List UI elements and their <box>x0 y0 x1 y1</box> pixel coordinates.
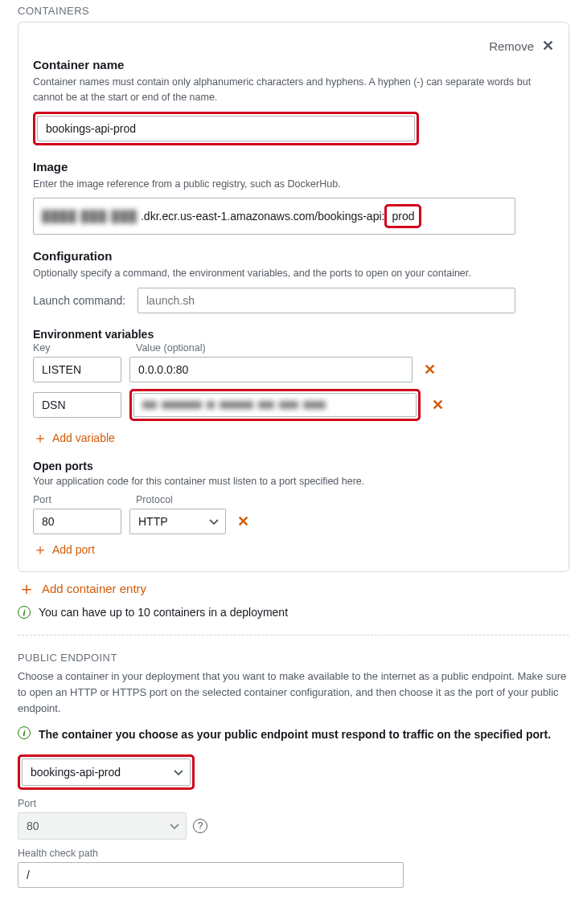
remove-port-icon[interactable]: ✕ <box>234 513 252 530</box>
help-icon[interactable]: ? <box>193 819 207 833</box>
env-vars-label: Environment variables <box>33 328 554 341</box>
env-value-highlight <box>129 389 421 421</box>
pe-port-label: Port <box>18 798 569 809</box>
info-icon: i <box>18 726 31 739</box>
public-endpoint-desc: Choose a container in your deployment th… <box>18 668 569 717</box>
public-endpoint-container-highlight: bookings-api-prod <box>18 754 195 790</box>
image-middle: .dkr.ecr.us-east-1.amazonaws.com/booking… <box>141 210 384 223</box>
plus-icon: ＋ <box>33 431 47 445</box>
chevron-down-icon <box>174 766 183 779</box>
configuration-label: Configuration <box>33 249 554 263</box>
env-value-input-obscured[interactable] <box>133 393 417 417</box>
remove-env-row-icon[interactable]: ✕ <box>429 396 447 414</box>
image-input[interactable]: ████ ███ ███ .dkr.ecr.us-east-1.amazonaw… <box>33 198 515 235</box>
chevron-down-icon <box>170 820 179 832</box>
container-name-hint: Container names must contain only alphan… <box>33 75 554 105</box>
container-name-highlight <box>33 112 419 145</box>
port-col-label: Port <box>33 494 128 505</box>
public-endpoint-container-select[interactable]: bookings-api-prod <box>22 758 191 786</box>
env-value-input[interactable] <box>129 357 413 382</box>
port-input[interactable] <box>33 509 121 534</box>
remove-container-link[interactable]: Remove <box>489 39 534 53</box>
container-name-input[interactable] <box>37 116 415 141</box>
container-name-label: Container name <box>33 58 554 72</box>
launch-command-label: Launch command: <box>33 294 129 307</box>
container-card: Remove ✕ Container name Container names … <box>18 22 569 572</box>
public-endpoint-info-text: The container you choose as your public … <box>39 726 551 743</box>
open-ports-hint: Your application code for this container… <box>33 474 554 489</box>
protocol-select[interactable]: HTTP <box>129 509 226 534</box>
image-hint: Enter the image reference from a public … <box>33 177 554 192</box>
env-row: ✕ <box>33 357 554 382</box>
add-port-link[interactable]: ＋ Add port <box>33 542 95 557</box>
image-label: Image <box>33 160 554 174</box>
configuration-hint: Optionally specify a command, the enviro… <box>33 266 554 281</box>
env-key-input[interactable] <box>33 357 121 382</box>
public-endpoint-port-select[interactable]: 80 <box>18 812 187 840</box>
section-divider <box>18 635 569 636</box>
health-check-input[interactable] <box>18 862 404 888</box>
env-key-col-label: Key <box>33 342 128 354</box>
image-obscured-prefix: ████ ███ ███ <box>42 210 138 223</box>
image-suffix-highlight: prod <box>384 204 421 228</box>
env-row: ✕ <box>33 389 554 421</box>
plus-icon: ＋ <box>18 580 35 598</box>
containers-section-label: CONTAINERS <box>5 0 582 20</box>
chevron-down-icon <box>209 515 219 528</box>
remove-env-row-icon[interactable]: ✕ <box>421 361 439 378</box>
image-suffix: prod <box>392 210 414 223</box>
add-variable-link[interactable]: ＋ Add variable <box>33 431 115 445</box>
env-value-col-label: Value (optional) <box>136 342 206 354</box>
health-check-label: Health check path <box>18 848 569 859</box>
launch-command-input[interactable] <box>138 288 515 313</box>
container-limit-info: You can have up to 10 containers in a de… <box>39 606 288 619</box>
open-ports-label: Open ports <box>33 460 554 472</box>
env-key-input[interactable] <box>33 392 121 418</box>
protocol-col-label: Protocol <box>136 494 173 505</box>
plus-icon: ＋ <box>33 542 47 557</box>
close-icon[interactable]: ✕ <box>542 37 554 55</box>
add-container-entry-link[interactable]: ＋ Add container entry <box>18 580 146 598</box>
info-icon: i <box>18 606 31 619</box>
public-endpoint-section-label: PUBLIC ENDPOINT <box>18 652 569 664</box>
